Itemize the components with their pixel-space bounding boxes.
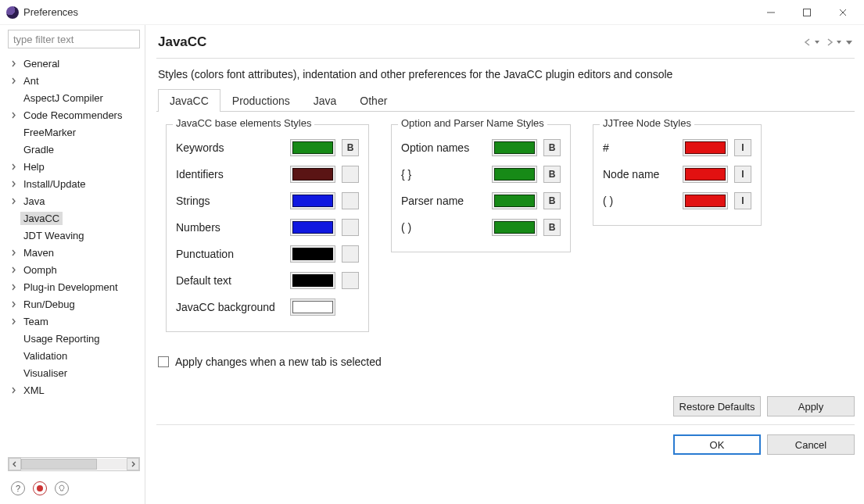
color-swatch-button[interactable] — [492, 139, 537, 156]
style-label: Default text — [176, 274, 285, 287]
expand-chevron-icon[interactable] — [8, 161, 19, 172]
chevron-down-icon — [814, 38, 820, 46]
color-swatch-button[interactable] — [492, 166, 537, 183]
font-style-button[interactable] — [342, 245, 359, 263]
tree-item[interactable]: AspectJ Compiler — [5, 89, 143, 106]
help-icon[interactable]: ? — [11, 481, 25, 495]
color-swatch-button[interactable] — [492, 192, 537, 209]
expand-chevron-icon[interactable] — [8, 58, 19, 69]
tree-item[interactable]: Java — [5, 192, 143, 209]
back-button[interactable] — [801, 38, 820, 47]
restore-defaults-button[interactable]: Restore Defaults — [673, 396, 761, 416]
tree-item-label: Maven — [20, 246, 57, 259]
tree-item[interactable]: General — [5, 55, 143, 72]
apply-changes-checkbox[interactable] — [158, 356, 169, 367]
tree-item[interactable]: Code Recommenders — [5, 106, 143, 123]
tree-item[interactable]: Oomph — [5, 261, 143, 278]
bold-toggle-button[interactable]: B — [342, 139, 359, 156]
bold-toggle-button[interactable]: B — [543, 219, 561, 236]
tab[interactable]: Java — [302, 89, 349, 112]
color-swatch-button[interactable] — [290, 272, 335, 289]
tree-item[interactable]: Maven — [5, 244, 143, 261]
tree-item[interactable]: Visualiser — [5, 364, 143, 381]
tree-item[interactable]: Ant — [5, 72, 143, 89]
minimize-button[interactable] — [753, 0, 789, 25]
maximize-button[interactable] — [789, 0, 825, 25]
tree-item[interactable]: XML — [5, 381, 143, 399]
style-label: Punctuation — [176, 248, 285, 260]
svg-marker-4 — [815, 41, 819, 44]
font-style-button[interactable] — [342, 192, 359, 209]
tree-item-label: JavaCC — [20, 212, 63, 225]
tab[interactable]: JavaCC — [158, 89, 220, 112]
tree-item[interactable]: FreeMarker — [5, 123, 143, 141]
bold-toggle-button[interactable]: B — [543, 166, 561, 183]
tree-item-label: FreeMarker — [20, 126, 79, 139]
filter-text-input[interactable] — [8, 30, 140, 48]
tree-item[interactable]: Plug-in Development — [5, 278, 143, 295]
expand-chevron-icon[interactable] — [8, 178, 19, 189]
apply-button[interactable]: Apply — [767, 396, 855, 416]
tree-item[interactable]: Install/Update — [5, 175, 143, 192]
bold-toggle-button[interactable]: B — [543, 192, 561, 209]
color-swatch-button[interactable] — [290, 166, 335, 183]
tree-item[interactable]: Usage Reporting — [5, 330, 143, 347]
expand-chevron-icon[interactable] — [8, 281, 19, 292]
record-icon[interactable] — [33, 481, 47, 495]
lightbulb-icon[interactable] — [55, 481, 69, 495]
window-title: Preferences — [23, 6, 78, 18]
group-option-parser-styles: Option and Parser Name Styles Option nam… — [391, 124, 571, 252]
tree-item[interactable]: Gradle — [5, 141, 143, 158]
color-swatch-button[interactable] — [492, 219, 537, 236]
expand-chevron-icon[interactable] — [8, 264, 19, 275]
color-swatch-button[interactable] — [683, 166, 728, 183]
color-swatch-button[interactable] — [290, 192, 335, 209]
scroll-left-icon[interactable] — [9, 458, 21, 470]
sidebar-horizontal-scrollbar[interactable] — [8, 457, 140, 471]
color-swatch-button[interactable] — [290, 245, 335, 263]
color-swatch-button[interactable] — [290, 219, 335, 236]
style-label: ( ) — [401, 221, 487, 234]
expand-chevron-icon[interactable] — [8, 75, 19, 86]
expand-chevron-icon[interactable] — [8, 384, 19, 395]
font-style-button[interactable] — [342, 219, 359, 236]
tree-item[interactable]: Run/Debug — [5, 295, 143, 313]
bold-toggle-button[interactable]: B — [543, 139, 561, 156]
tree-item-label: Code Recommenders — [20, 109, 125, 122]
ok-button[interactable]: OK — [673, 434, 761, 455]
color-swatch-button[interactable] — [683, 192, 728, 209]
italic-toggle-button[interactable]: I — [734, 166, 751, 183]
expand-chevron-icon[interactable] — [8, 298, 19, 309]
style-row: { }B — [401, 161, 561, 188]
italic-toggle-button[interactable]: I — [734, 139, 751, 156]
tree-item[interactable]: Validation — [5, 347, 143, 364]
style-row: Strings — [176, 188, 359, 214]
color-swatch-button[interactable] — [683, 139, 728, 156]
apply-changes-label: Apply changes when a new tab is selected — [175, 356, 382, 368]
font-style-button[interactable] — [342, 272, 359, 289]
tree-item[interactable]: Help — [5, 158, 143, 175]
scroll-right-icon[interactable] — [127, 458, 139, 470]
color-swatch-button[interactable] — [290, 298, 335, 316]
tree-item[interactable]: Team — [5, 313, 143, 330]
color-swatch-button[interactable] — [290, 139, 335, 156]
expand-chevron-icon[interactable] — [8, 109, 19, 120]
expand-chevron-icon[interactable] — [8, 316, 19, 327]
tree-item[interactable]: JDT Weaving — [5, 227, 143, 244]
expand-chevron-icon[interactable] — [8, 195, 19, 206]
cancel-button[interactable]: Cancel — [767, 434, 855, 455]
tab[interactable]: Productions — [220, 89, 302, 112]
view-menu-icon[interactable] — [845, 38, 853, 46]
tree-item-label: Gradle — [20, 143, 57, 156]
forward-button[interactable] — [823, 38, 842, 47]
style-label: Node name — [603, 168, 678, 181]
italic-toggle-button[interactable]: I — [734, 192, 751, 209]
close-button[interactable] — [825, 0, 861, 25]
font-style-button[interactable] — [342, 166, 359, 183]
expand-chevron-icon[interactable] — [8, 247, 19, 258]
tab[interactable]: Other — [348, 89, 399, 112]
tree-item-label: Run/Debug — [20, 298, 78, 311]
tree-item[interactable]: JavaCC — [5, 209, 143, 227]
style-row: Punctuation — [176, 241, 359, 267]
preferences-tree[interactable]: GeneralAntAspectJ CompilerCode Recommend… — [3, 53, 145, 454]
